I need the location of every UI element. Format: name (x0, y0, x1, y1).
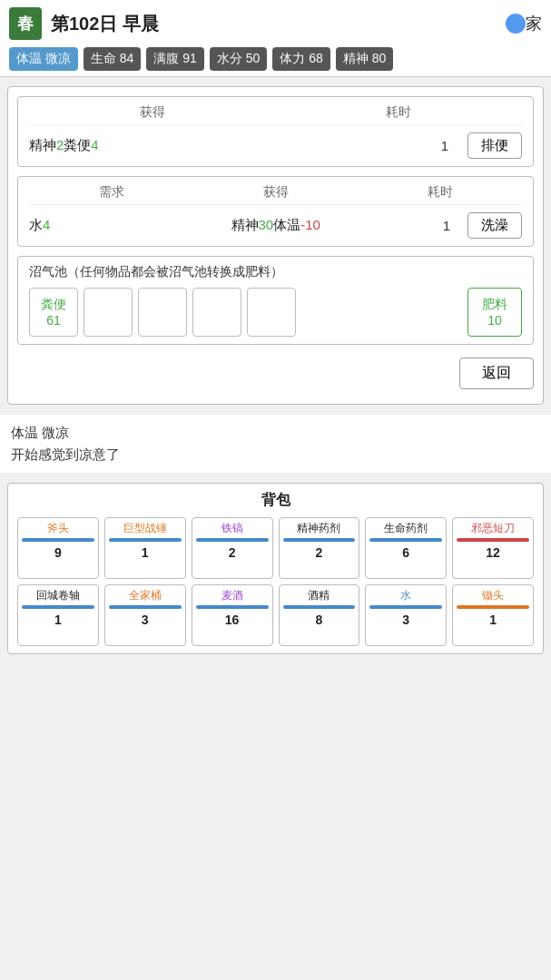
action2-col-time: 耗时 (428, 184, 453, 201)
item-name: 邪恶短刀 (471, 522, 515, 536)
backpack-item[interactable]: 酒精8 (279, 584, 360, 646)
backpack-item[interactable]: 精神药剂2 (279, 517, 360, 579)
home-label: 家 (526, 13, 542, 34)
item-bar (283, 605, 356, 609)
action1-col-get: 获得 (140, 104, 165, 121)
action2-water-val: 4 (43, 217, 50, 232)
item-name: 全家桶 (129, 589, 162, 603)
return-row: 返回 (17, 354, 534, 395)
biogas-items: 粪便 61 肥料 10 (29, 288, 522, 337)
action2-water-label: 水 (29, 217, 43, 232)
backpack-item[interactable]: 全家桶3 (104, 584, 186, 646)
item-bar (22, 605, 94, 609)
stat-badge: 体温 微凉 (9, 47, 78, 71)
action2-header: 需求 获得 耗时 (29, 184, 522, 205)
backpack-item[interactable]: 斧头9 (17, 517, 99, 579)
item-bar (369, 538, 442, 542)
backpack-item[interactable]: 生命药剂6 (365, 517, 447, 579)
item-name: 精神药剂 (297, 522, 340, 536)
biogas-panel: 沼气池（任何物品都会被沼气池转换成肥料） 粪便 61 肥料 10 (17, 256, 534, 345)
backpack-item[interactable]: 麦酒16 (192, 584, 273, 646)
action-bath-panel: 需求 获得 耗时 水4 精神30体温-10 1 洗澡 (17, 176, 534, 247)
biogas-slot-3[interactable] (138, 288, 187, 337)
season-badge: 春 (9, 7, 42, 40)
item-name: 麦酒 (221, 589, 243, 603)
action1-spirit-label: 精神 (29, 137, 56, 152)
bath-button[interactable]: 洗澡 (467, 212, 522, 239)
action2-need: 水4 (29, 217, 224, 234)
item-count: 16 (225, 612, 240, 627)
biogas-output-label: 肥料 (482, 297, 507, 313)
action2-time: 1 (433, 218, 460, 233)
item-name: 斧头 (47, 522, 69, 536)
biogas-slot-2[interactable] (84, 288, 133, 337)
action1-col-time: 耗时 (386, 104, 411, 121)
item-count: 1 (142, 545, 149, 560)
item-bar (196, 538, 269, 542)
action1-feces-label: 粪便 (64, 137, 91, 152)
backpack-item[interactable]: 铁镐2 (192, 517, 273, 579)
action1-description: 精神2粪便4 (29, 137, 422, 154)
backpack-title: 背包 (17, 491, 534, 510)
backpack-item[interactable]: 锄头1 (452, 584, 534, 646)
action2-temp-label: 体温 (273, 217, 300, 232)
stat-badge: 水分 50 (210, 47, 267, 71)
item-bar (457, 605, 529, 609)
return-button[interactable]: 返回 (459, 358, 534, 389)
backpack-panel: 背包 斧头9巨型战锤1铁镐2精神药剂2生命药剂6邪恶短刀12回城卷轴1全家桶3麦… (7, 483, 544, 654)
item-count: 9 (54, 545, 62, 560)
item-count: 2 (316, 545, 323, 560)
item-name: 酒精 (308, 589, 330, 603)
item-bar (109, 538, 182, 542)
item-count: 1 (54, 612, 62, 627)
status-circle (506, 14, 526, 34)
action-defecate-panel: 获得 耗时 精神2粪便4 1 排便 (17, 96, 534, 167)
item-bar (196, 605, 269, 609)
item-bar (109, 605, 182, 609)
stat-badge: 体力 68 (272, 47, 330, 71)
backpack-item[interactable]: 水3 (365, 584, 447, 646)
stat-badge: 满腹 91 (146, 47, 203, 71)
header: 春 第102日 早晨 家 体温 微凉生命 84满腹 91水分 50体力 68精神… (0, 0, 551, 77)
action2-spirit-label: 精神 (231, 217, 259, 232)
biogas-title: 沼气池（任何物品都会被沼气池转换成肥料） (29, 264, 522, 280)
item-count: 3 (402, 612, 409, 627)
action2-col-need: 需求 (99, 184, 124, 201)
action1-row: 精神2粪便4 1 排便 (29, 132, 522, 159)
status-line1: 体温 微凉 (11, 422, 540, 444)
item-count: 12 (486, 545, 500, 560)
item-name: 锄头 (482, 589, 504, 603)
stat-badge: 生命 84 (84, 47, 141, 71)
item-name: 水 (400, 589, 411, 603)
item-bar (457, 538, 529, 542)
main-panel: 获得 耗时 精神2粪便4 1 排便 需求 获得 耗时 水4 精神30体温-10 … (7, 86, 544, 405)
biogas-output-count: 10 (487, 313, 502, 328)
backpack-item[interactable]: 回城卷轴1 (17, 584, 99, 646)
defecate-button[interactable]: 排便 (467, 132, 522, 159)
biogas-slot-4[interactable] (192, 288, 241, 337)
action2-temp-val: -10 (300, 217, 320, 232)
biogas-output: 肥料 10 (467, 288, 522, 337)
item-name: 生命药剂 (384, 522, 428, 536)
action1-header: 获得 耗时 (29, 104, 522, 125)
item-count: 3 (142, 612, 149, 627)
action2-col-get: 获得 (263, 184, 289, 201)
day-title: 第102日 早晨 (51, 12, 497, 36)
item-name: 回城卷轴 (36, 589, 80, 603)
item-bar (283, 538, 356, 542)
action2-row: 水4 精神30体温-10 1 洗澡 (29, 212, 522, 239)
item-count: 1 (489, 612, 497, 627)
action1-feces-val: 4 (91, 137, 98, 152)
item-name: 铁镐 (221, 522, 243, 536)
stats-row: 体温 微凉生命 84满腹 91水分 50体力 68精神 80 (9, 47, 542, 71)
item-name: 巨型战锤 (123, 522, 167, 536)
backpack-item[interactable]: 邪恶短刀12 (452, 517, 534, 579)
status-line2: 开始感觉到凉意了 (11, 444, 540, 466)
action2-spirit-val: 30 (259, 217, 274, 232)
item-bar (369, 605, 442, 609)
biogas-slot-5[interactable] (247, 288, 296, 337)
biogas-slot-1[interactable]: 粪便 61 (29, 288, 78, 337)
status-text: 体温 微凉 开始感觉到凉意了 (0, 414, 551, 474)
biogas-slot1-name: 粪便 (41, 297, 66, 313)
backpack-item[interactable]: 巨型战锤1 (104, 517, 186, 579)
